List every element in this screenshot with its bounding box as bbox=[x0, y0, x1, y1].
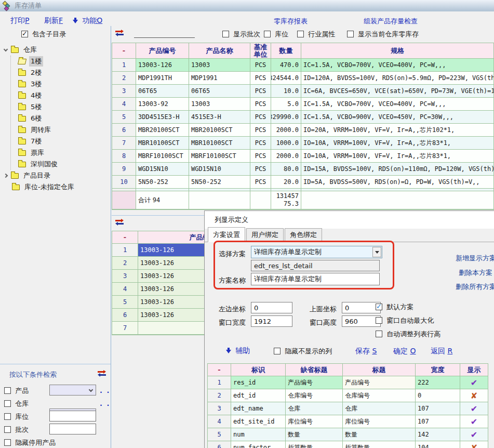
tree-item-site-unassigned[interactable]: 库位-未指定仓库 bbox=[3, 181, 110, 193]
tree-item-transit[interactable]: 周转库 bbox=[11, 124, 110, 136]
show-batch-checkbox[interactable]: 显示批次 bbox=[222, 30, 260, 39]
tree-item-floor7[interactable]: 7楼 bbox=[11, 136, 110, 147]
table-row[interactable]: 1 res_id 产品编号 产品编号 222 ✔ bbox=[208, 376, 488, 389]
tree-item-floor3[interactable]: 3楼 bbox=[11, 78, 110, 90]
tree-item-floor6[interactable]: 6楼 bbox=[11, 113, 110, 124]
table-row[interactable]: 10 5N50-252 5N50-252 PCS 20.0 ID=5A, BVD… bbox=[112, 176, 494, 189]
search-product-checkbox[interactable]: 产品 bbox=[4, 386, 29, 396]
chevron-right-icon[interactable] bbox=[4, 174, 8, 178]
dropdown-button[interactable] bbox=[372, 247, 381, 257]
search-product-browse[interactable]: . . bbox=[100, 387, 110, 394]
window-titlebar: 库存清单 bbox=[0, 0, 494, 11]
aux-menu-button[interactable]: 辅助 bbox=[226, 346, 250, 355]
swap-icon[interactable] bbox=[98, 370, 106, 378]
ok-button[interactable]: 确定 O bbox=[393, 347, 416, 356]
back-button[interactable]: 返回 R bbox=[431, 347, 452, 356]
show-mark[interactable]: ✘ bbox=[460, 441, 488, 448]
inventory-table: - 产品编号 产品名称 基准单位 数量 规格 1 13003-126 13003… bbox=[112, 43, 494, 210]
folder-icon bbox=[18, 104, 26, 110]
left-coord-label: 左边坐标 bbox=[219, 305, 246, 314]
show-mark[interactable]: ✔ bbox=[460, 415, 488, 428]
search-site-input[interactable] bbox=[49, 411, 96, 421]
tree-item-shenzhen[interactable]: 深圳国俊 bbox=[11, 159, 110, 170]
zero-stock-report-link[interactable]: 零库存报表 bbox=[274, 17, 308, 26]
print-button[interactable]: 打印P bbox=[10, 16, 29, 25]
show-mark[interactable]: ✔ bbox=[460, 402, 488, 415]
delete-scheme-link[interactable]: 删除本方案 bbox=[459, 268, 492, 278]
search-batch-input[interactable] bbox=[49, 424, 96, 434]
open-folder-icon bbox=[18, 59, 26, 64]
app-icon bbox=[3, 1, 12, 10]
show-mark[interactable]: ✘ bbox=[460, 389, 488, 402]
table-row[interactable]: 3 edt_name 仓库 仓库 107 ✔ bbox=[208, 402, 488, 415]
swap-icon[interactable] bbox=[115, 30, 124, 38]
tree-item-product-catalog[interactable]: 产品目录 bbox=[3, 170, 110, 181]
table-row[interactable]: 2 MDP1991TH MDP1991 PCS 824544.0 ID=120A… bbox=[112, 72, 494, 85]
default-scheme-checkbox[interactable]: 默认方案 bbox=[376, 302, 413, 312]
industry-attr-checkbox[interactable]: 行业属性 bbox=[297, 30, 335, 39]
table-row[interactable]: 4 13003-92 13003 PCS 5.0 IC=1.5A, VCBO=7… bbox=[112, 98, 494, 111]
window-width-input[interactable]: 1912 bbox=[251, 315, 292, 327]
scheme-id-field: edt_res_lst_detail bbox=[251, 260, 380, 271]
total-quantity: 13145775.3 bbox=[271, 191, 301, 209]
tree-item-floor2[interactable]: 2楼 bbox=[11, 67, 110, 78]
tab-role-binding[interactable]: 角色绑定 bbox=[285, 228, 322, 242]
delete-all-schemes-link[interactable]: 删除所有方案 bbox=[456, 282, 494, 292]
search-site-checkbox[interactable]: 库位 bbox=[4, 412, 29, 421]
checkbox-icon bbox=[4, 387, 11, 394]
add-scheme-link[interactable]: 新增显示方案 bbox=[456, 254, 494, 263]
panel-divider bbox=[111, 26, 111, 448]
table-row[interactable]: 9 WGD15N10 WGD15N10 PCS 80.0 ID=15A, BVD… bbox=[112, 163, 494, 176]
checkbox-icon bbox=[376, 317, 382, 324]
site-checkbox[interactable]: 库位 bbox=[264, 30, 288, 39]
checkbox-icon bbox=[4, 400, 11, 407]
search-warehouse-browse[interactable]: . . bbox=[100, 400, 110, 407]
scheme-name-input[interactable]: 详细库存清单显示定制 bbox=[251, 273, 380, 285]
show-mark[interactable]: ✔ bbox=[460, 376, 488, 389]
refresh-button[interactable]: 刷新F bbox=[44, 16, 63, 25]
tab-user-binding[interactable]: 用户绑定 bbox=[246, 228, 284, 242]
search-product-select[interactable] bbox=[49, 385, 96, 396]
swap-icon[interactable] bbox=[115, 219, 124, 227]
search-warehouse-checkbox[interactable]: 仓库 bbox=[4, 399, 29, 409]
folder-icon bbox=[18, 70, 26, 76]
tree-item-floor1[interactable]: 1楼 bbox=[11, 56, 110, 67]
checkbox-icon bbox=[297, 31, 304, 37]
table-row[interactable]: 6 MBR20100SCT MBR20100SCT PCS 2000.0 IO=… bbox=[112, 124, 494, 137]
chevron-down-icon[interactable] bbox=[4, 47, 8, 51]
auto-maximize-checkbox[interactable]: 窗口自动最大化 bbox=[376, 316, 434, 325]
hide-hidden-cols-checkbox[interactable]: 隐藏不显示的列 bbox=[274, 347, 332, 356]
table-row[interactable]: 5 num 数量 数量 142 ✔ bbox=[208, 428, 488, 441]
tree-item-floor4[interactable]: 4楼 bbox=[11, 90, 110, 101]
table-row[interactable]: 3 06T65 06T65 PCS 10.0 IC=6A, BVCES=650V… bbox=[112, 85, 494, 98]
tree-item-warehouse-root[interactable]: 仓库 bbox=[3, 44, 110, 56]
assembly-stock-check-link[interactable]: 组装产品存量检查 bbox=[364, 17, 418, 26]
show-mark[interactable]: ✔ bbox=[460, 428, 488, 441]
function-menu-button[interactable]: 功能O bbox=[73, 16, 102, 25]
top-coord-input[interactable]: 0 bbox=[342, 302, 381, 313]
table-row[interactable]: 2 edt_id 仓库编号 仓库编号 0 ✘ bbox=[208, 389, 488, 402]
scheme-select[interactable]: 详细库存清单显示定制 bbox=[251, 246, 382, 258]
checkbox-icon bbox=[347, 31, 354, 37]
table-row[interactable]: 8 MBRF10100SCT MBRF10100SCT PCS 2000.0 I… bbox=[112, 150, 494, 163]
include-subdir-checkbox[interactable]: 包含子目录 bbox=[21, 30, 66, 39]
quick-search-input[interactable] bbox=[134, 29, 195, 38]
table-row[interactable]: 6 num_factor 折算数量 折算数量 104 ✘ bbox=[208, 441, 488, 448]
search-batch-checkbox[interactable]: 批次 bbox=[4, 425, 29, 434]
left-coord-input[interactable]: 0 bbox=[251, 302, 292, 313]
hide-disabled-checkbox[interactable]: 隐藏停用产品 bbox=[4, 438, 56, 447]
checkbox-icon bbox=[21, 31, 28, 37]
checkbox-icon bbox=[274, 348, 281, 354]
show-zero-current-checkbox[interactable]: 显示当前仓库零库存 bbox=[347, 30, 419, 39]
tree-item-floor5[interactable]: 5楼 bbox=[11, 101, 110, 113]
window-height-input[interactable]: 960 bbox=[342, 315, 381, 327]
table-row[interactable]: 1 13003-126 13003 PCS 470.0 IC=1.5A, VCB… bbox=[112, 59, 494, 72]
auto-row-height-checkbox[interactable]: 自动调整列表行高 bbox=[376, 330, 440, 339]
table-row[interactable]: 7 MBR10100SCT MBR10100SCT PCS 1000.0 IO=… bbox=[112, 137, 494, 150]
table-row[interactable]: 4 edt_site_id 库位编号 库位编号 107 ✔ bbox=[208, 415, 488, 428]
window-height-label: 窗口高度 bbox=[310, 318, 337, 327]
table-row[interactable]: 5 3DD4515E3-H 4515E3-H PCS 329990.0 IC=1… bbox=[112, 111, 494, 124]
tree-item-ticket[interactable]: 票库 bbox=[11, 147, 110, 159]
tab-scheme-settings[interactable]: 方案设置 bbox=[208, 227, 245, 242]
save-button[interactable]: 保存 S bbox=[355, 347, 377, 356]
